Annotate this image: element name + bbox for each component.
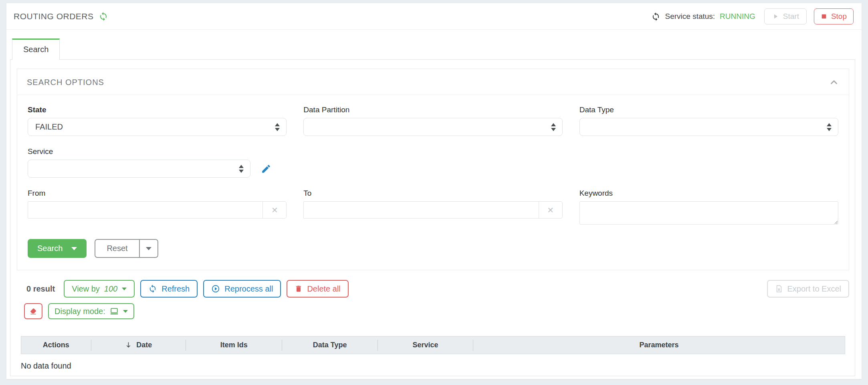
refresh-button-label: Refresh [161, 284, 190, 294]
reprocess-all-button[interactable]: Reprocess all [203, 280, 281, 298]
column-service[interactable]: Service [377, 340, 473, 351]
eraser-button[interactable] [24, 303, 42, 319]
reset-caret-button[interactable] [139, 240, 157, 257]
from-label: From [28, 189, 287, 198]
display-mode-button[interactable]: Display mode: [48, 303, 134, 319]
stop-button[interactable]: Stop [814, 8, 854, 24]
page-title: ROUTING ORDERS [14, 12, 94, 21]
view-by-button[interactable]: View by 100 [64, 280, 135, 298]
data-type-label: Data Type [579, 105, 838, 114]
tabs-row: Search [6, 30, 862, 59]
data-partition-select[interactable] [303, 118, 562, 136]
caret-down-icon [122, 288, 127, 290]
column-date[interactable]: Date [91, 340, 186, 351]
service-label: Service [28, 147, 287, 156]
delete-all-button[interactable]: Delete all [287, 280, 348, 298]
to-clear-button[interactable]: ✕ [539, 201, 563, 219]
column-item-ids[interactable]: Item Ids [186, 340, 282, 351]
caret-down-icon [146, 247, 151, 250]
column-actions[interactable]: Actions [21, 340, 91, 351]
export-to-excel-label: Export to Excel [787, 284, 841, 294]
export-to-excel-button[interactable]: Export to Excel [767, 280, 849, 298]
caret-down-icon [123, 310, 128, 313]
refresh-icon [148, 284, 157, 293]
to-label: To [303, 189, 562, 198]
data-partition-field: Data Partition [303, 105, 562, 136]
play-circle-icon [211, 284, 220, 293]
select-arrows-icon [275, 123, 280, 131]
tab-search[interactable]: Search [12, 38, 60, 60]
sort-desc-icon[interactable] [125, 341, 132, 349]
stop-button-label: Stop [831, 12, 847, 21]
display-mode-label: Display mode: [55, 307, 105, 316]
from-input[interactable] [28, 201, 263, 219]
from-field: From ✕ [28, 189, 287, 226]
caret-down-icon [71, 247, 77, 250]
play-icon [772, 13, 779, 20]
state-select[interactable]: FAILED [28, 118, 287, 136]
to-field: To ✕ [303, 189, 562, 226]
excel-file-icon [775, 285, 783, 293]
service-select[interactable] [28, 160, 250, 178]
select-arrows-icon [827, 123, 832, 131]
search-button[interactable]: Search [28, 239, 87, 258]
clear-x-icon: ✕ [547, 205, 554, 215]
view-by-value: 100 [104, 284, 117, 294]
from-clear-button[interactable]: ✕ [262, 201, 287, 219]
reset-split-button: Reset [95, 239, 158, 258]
chevron-up-icon[interactable] [829, 77, 839, 87]
tab-content: SEARCH OPTIONS State FAILED [10, 59, 855, 376]
start-button[interactable]: Start [764, 8, 807, 24]
monitor-icon [109, 307, 119, 316]
reset-button-label: Reset [107, 244, 127, 253]
keywords-field: Keywords [579, 189, 838, 226]
state-field: State FAILED [28, 105, 287, 136]
data-type-field: Data Type [579, 105, 838, 136]
search-button-label: Search [37, 244, 63, 253]
edit-pencil-icon[interactable] [261, 164, 271, 174]
eraser-icon [29, 307, 37, 315]
select-arrows-icon [551, 123, 556, 131]
start-button-label: Start [783, 12, 799, 21]
to-input[interactable] [303, 201, 539, 219]
keywords-textarea[interactable] [579, 201, 838, 225]
column-data-type[interactable]: Data Type [282, 340, 377, 351]
main-card: ROUTING ORDERS Service status: RUNNING S… [6, 3, 862, 379]
app-header: ROUTING ORDERS Service status: RUNNING S… [6, 3, 862, 30]
state-label: State [28, 105, 287, 114]
view-by-label: View by [72, 284, 100, 294]
clear-x-icon: ✕ [271, 205, 278, 215]
reset-button[interactable]: Reset [95, 240, 139, 257]
trash-icon [295, 285, 303, 293]
state-select-value: FAILED [35, 122, 63, 132]
stop-icon [821, 13, 827, 20]
service-field: Service [28, 147, 287, 178]
refresh-button[interactable]: Refresh [140, 280, 198, 298]
select-arrows-icon [239, 165, 244, 173]
results-table: Actions Date Item Ids Data Type Service … [21, 336, 845, 377]
service-status-refresh-icon[interactable] [651, 12, 660, 21]
table-header-row: Actions Date Item Ids Data Type Service … [21, 336, 845, 354]
column-parameters[interactable]: Parameters [473, 340, 845, 351]
empty-message: No data found [21, 354, 845, 377]
search-options-title: SEARCH OPTIONS [27, 78, 104, 87]
keywords-label: Keywords [579, 189, 838, 198]
data-partition-label: Data Partition [303, 105, 562, 114]
result-count: 0 result [26, 284, 55, 294]
column-date-label: Date [136, 341, 152, 349]
service-status-label: Service status: [665, 12, 715, 21]
reprocess-all-label: Reprocess all [224, 284, 273, 294]
results-toolbar: 0 result View by 100 Refresh Reprocess a… [17, 280, 849, 298]
display-toolbar: Display mode: [17, 303, 849, 319]
data-type-select[interactable] [579, 118, 838, 136]
delete-all-label: Delete all [307, 284, 340, 294]
service-status-value: RUNNING [720, 12, 755, 21]
refresh-icon[interactable] [99, 12, 108, 21]
search-options-panel: SEARCH OPTIONS State FAILED [17, 69, 849, 270]
